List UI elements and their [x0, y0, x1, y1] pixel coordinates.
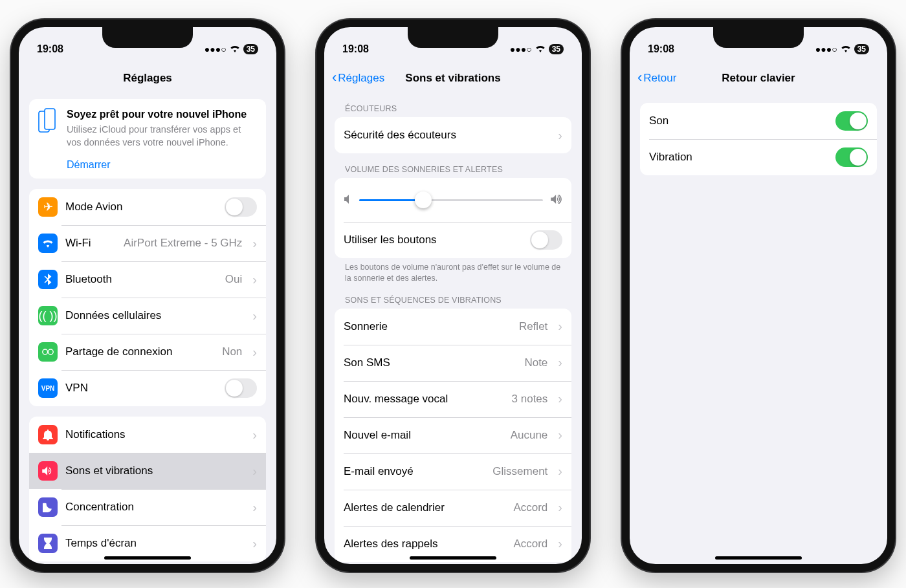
back-button[interactable]: ‹ Retour [637, 72, 676, 85]
ringtone-value: Reflet [519, 320, 547, 333]
row-text-tone[interactable]: Son SMS Note › [335, 345, 571, 381]
navbar: Réglages [19, 65, 276, 93]
headphones-group: Sécurité des écouteurs › [335, 117, 571, 153]
hotspot-value: Non [222, 345, 242, 358]
calendar-alerts-value: Accord [513, 501, 547, 514]
row-ringtone[interactable]: Sonnerie Reflet › [335, 309, 571, 345]
vibration-label: Vibration [649, 151, 828, 164]
row-sent-mail[interactable]: E-mail envoyé Glissement › [335, 453, 571, 490]
vpn-toggle[interactable] [225, 378, 257, 398]
row-sound[interactable]: Son [640, 103, 877, 139]
connectivity-group: ✈ Mode Avion Wi-Fi AirPort Extreme - 5 G… [29, 189, 266, 406]
iphone-setup-banner[interactable]: Soyez prêt pour votre nouvel iPhone Util… [29, 99, 266, 179]
chevron-right-icon: › [558, 319, 562, 334]
wifi-label: Wi-Fi [65, 237, 116, 250]
row-wifi[interactable]: Wi-Fi AirPort Extreme - 5 GHz › [29, 225, 266, 261]
home-indicator[interactable] [104, 556, 191, 560]
ringtone-label: Sonnerie [344, 320, 511, 333]
svg-point-2 [43, 349, 48, 354]
speaker-icon [38, 461, 58, 481]
moon-icon [38, 497, 58, 517]
vpn-icon: VPN [38, 378, 58, 398]
status-icons: ●●●○ 35 [510, 44, 564, 54]
phone-sounds: 19:08 ●●●○ 35 ‹ Réglages Sons et vibrati… [316, 19, 590, 572]
row-use-buttons[interactable]: Utiliser les boutons [335, 222, 571, 258]
section-sounds: SONS ET SÉQUENCES DE VIBRATIONS [335, 284, 571, 309]
sounds-group: Sonnerie Reflet › Son SMS Note › Nouv. m… [335, 309, 571, 562]
row-voicemail[interactable]: Nouv. message vocal 3 notes › [335, 381, 571, 417]
home-indicator[interactable] [715, 556, 802, 560]
sound-toggle[interactable] [835, 111, 868, 131]
sent-mail-label: E-mail envoyé [344, 465, 485, 478]
bluetooth-value: Oui [225, 273, 242, 286]
chevron-right-icon: › [558, 428, 562, 442]
antenna-icon: (( )) [38, 306, 58, 325]
volume-slider[interactable] [359, 199, 543, 201]
row-calendar-alerts[interactable]: Alertes de calendrier Accord › [335, 490, 571, 526]
banner-subtitle: Utilisez iCloud pour transférer vos apps… [67, 124, 257, 149]
notch [102, 27, 193, 48]
row-hotspot[interactable]: Partage de connexion Non › [29, 334, 266, 370]
signal-icon: ●●●○ [204, 44, 226, 54]
notch [408, 27, 498, 48]
content: ÉCOUTEURS Sécurité des écouteurs › VOLUM… [324, 93, 582, 571]
status-icons: ●●●○ 35 [204, 44, 258, 54]
keyboard-feedback-group: Son Vibration [640, 103, 877, 175]
sounds-label: Sons et vibrations [65, 464, 242, 477]
row-sounds[interactable]: Sons et vibrations › [29, 453, 266, 489]
chevron-right-icon: › [252, 236, 257, 251]
reminder-alerts-value: Accord [513, 538, 547, 550]
hourglass-icon [38, 534, 58, 553]
chevron-left-icon: ‹ [332, 71, 337, 85]
status-time: 19:08 [648, 43, 674, 55]
volume-low-icon [344, 195, 351, 206]
use-buttons-label: Utiliser les boutons [344, 234, 522, 246]
battery-indicator: 35 [243, 44, 258, 54]
row-airplane-mode[interactable]: ✈ Mode Avion [29, 189, 266, 225]
banner-start-link[interactable]: Démarrer [67, 159, 257, 171]
section-volume: VOLUME DES SONNERIES ET ALERTES [335, 153, 571, 178]
back-label: Réglages [338, 72, 384, 85]
banner-title: Soyez prêt pour votre nouvel iPhone [67, 108, 257, 121]
row-cellular[interactable]: (( )) Données cellulaires › [29, 298, 266, 334]
vibration-toggle[interactable] [835, 147, 868, 167]
svg-rect-1 [45, 109, 55, 129]
battery-indicator: 35 [854, 44, 869, 54]
airplane-toggle[interactable] [225, 197, 257, 217]
text-tone-label: Son SMS [344, 356, 516, 369]
row-notifications[interactable]: Notifications › [29, 417, 266, 453]
wifi-value: AirPort Extreme - 5 GHz [124, 237, 242, 250]
status-time: 19:08 [37, 43, 63, 55]
notch [713, 27, 804, 48]
airplane-label: Mode Avion [65, 201, 217, 213]
volume-footer: Les boutons de volume n'auront pas d'eff… [335, 258, 571, 284]
phone-settings: 19:08 ●●●○ 35 Réglages Soyez prêt pour v… [11, 19, 284, 572]
chevron-right-icon: › [558, 391, 562, 406]
chevron-right-icon: › [558, 500, 562, 515]
row-vpn[interactable]: VPN VPN [29, 370, 266, 406]
reminder-alerts-label: Alertes des rappels [344, 538, 505, 550]
chevron-right-icon: › [252, 500, 257, 515]
two-phones-icon [38, 108, 59, 136]
use-buttons-toggle[interactable] [530, 230, 562, 250]
row-vibration[interactable]: Vibration [640, 139, 877, 175]
row-headphone-safety[interactable]: Sécurité des écouteurs › [335, 117, 571, 153]
back-label: Retour [643, 72, 676, 85]
ringer-volume-slider-row[interactable] [335, 178, 571, 222]
notifications-label: Notifications [65, 428, 242, 441]
chevron-right-icon: › [252, 536, 257, 551]
wifi-icon [535, 44, 546, 54]
back-button[interactable]: ‹ Réglages [332, 72, 384, 85]
wifi-icon [841, 44, 851, 54]
row-focus[interactable]: Concentration › [29, 489, 266, 525]
airplane-icon: ✈ [38, 197, 58, 217]
chevron-right-icon: › [252, 309, 257, 323]
bell-icon [38, 425, 58, 444]
row-bluetooth[interactable]: Bluetooth Oui › [29, 261, 266, 298]
row-new-mail[interactable]: Nouvel e-mail Aucune › [335, 417, 571, 453]
bluetooth-label: Bluetooth [65, 273, 217, 286]
page-title: Retour clavier [722, 72, 795, 85]
phone-keyboard-feedback: 19:08 ●●●○ 35 ‹ Retour Retour clavier So… [622, 19, 895, 572]
home-indicator[interactable] [410, 556, 496, 560]
page-title: Sons et vibrations [405, 72, 500, 85]
